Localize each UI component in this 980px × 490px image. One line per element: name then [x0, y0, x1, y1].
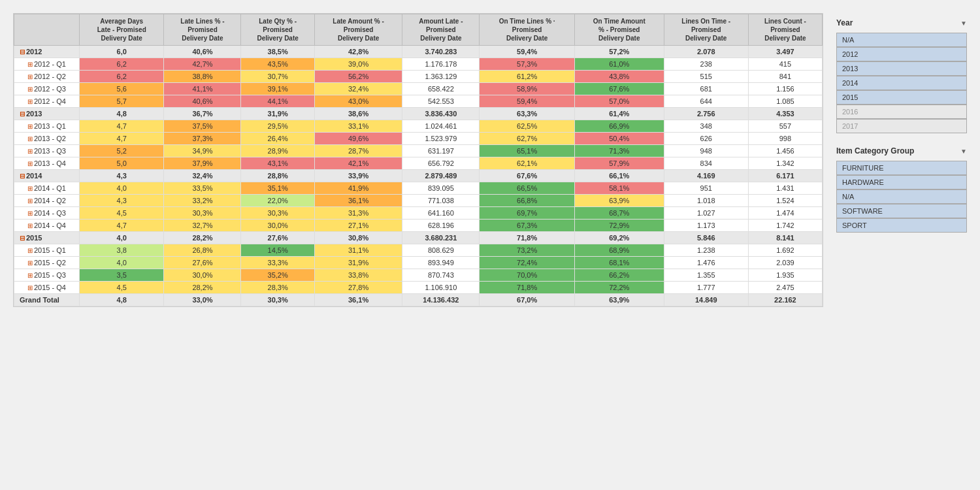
category-filter-icon[interactable]: ▼ — [960, 148, 967, 155]
data-cell: 31,1% — [314, 244, 402, 257]
row-label: ⊞2013 - Q2 — [14, 133, 80, 145]
data-cell: 1.742 — [748, 220, 822, 232]
expand-icon[interactable]: ⊞ — [27, 247, 33, 254]
year-filter-icon[interactable]: ▼ — [960, 20, 967, 27]
expand-icon[interactable]: ⊞ — [27, 272, 33, 279]
header-late-amount-pct: Late Amount % -PromisedDelivery Date — [314, 14, 402, 46]
sidebar-year-item[interactable]: 2017 — [836, 119, 967, 133]
data-cell: 66,2% — [574, 269, 664, 282]
data-cell: 33,3% — [241, 257, 314, 269]
data-cell: 42,1% — [314, 157, 402, 170]
data-cell: 2.078 — [664, 46, 748, 58]
expand-icon[interactable]: ⊞ — [27, 148, 33, 155]
data-cell: 28,9% — [241, 145, 314, 157]
sidebar-year-item[interactable]: 2016 — [836, 105, 967, 119]
expand-icon[interactable]: ⊟ — [20, 110, 25, 118]
expand-icon[interactable]: ⊞ — [27, 135, 33, 142]
expand-icon[interactable]: ⊞ — [27, 86, 33, 93]
expand-icon[interactable]: ⊞ — [27, 222, 33, 229]
data-cell: 834 — [664, 157, 748, 170]
expand-icon[interactable]: ⊞ — [27, 210, 33, 217]
data-cell: 66,5% — [480, 182, 575, 195]
year-row: ⊟20144,332,4%28,8%33,9%2.879.48967,6%66,… — [14, 170, 823, 182]
data-cell: 6,2 — [80, 58, 164, 71]
sidebar-category-item[interactable]: N/A — [836, 189, 967, 204]
sidebar-year-item[interactable]: N/A — [836, 33, 967, 47]
category-title-label: Item Category Group — [836, 146, 914, 155]
data-cell: 1.085 — [748, 95, 822, 108]
data-cell: 44,1% — [241, 95, 314, 108]
data-cell: 32,4% — [164, 170, 241, 182]
sidebar-category-item[interactable]: SPORT — [836, 218, 967, 233]
expand-icon[interactable]: ⊞ — [27, 73, 33, 80]
data-cell: 37,9% — [164, 157, 241, 170]
header-row: Average DaysLate - PromisedDelivery Date… — [14, 14, 823, 46]
data-cell: 808.629 — [402, 244, 480, 257]
data-cell: 644 — [664, 95, 748, 108]
sidebar-category-item[interactable]: HARDWARE — [836, 175, 967, 189]
data-cell: 348 — [664, 120, 748, 133]
data-cell: 50,4% — [574, 133, 664, 145]
data-cell: 30,0% — [164, 269, 241, 282]
data-cell: 49,6% — [314, 133, 402, 145]
data-cell: 3.497 — [748, 46, 822, 58]
expand-icon[interactable]: ⊞ — [27, 259, 33, 267]
data-cell: 63,9% — [574, 294, 664, 306]
data-cell: 681 — [664, 83, 748, 95]
data-cell: 998 — [748, 133, 822, 145]
data-cell: 73,2% — [480, 244, 575, 257]
expand-icon[interactable]: ⊞ — [27, 123, 33, 130]
data-cell: 57,0% — [574, 95, 664, 108]
expand-icon[interactable]: ⊞ — [27, 61, 33, 68]
data-cell: 36,1% — [314, 195, 402, 207]
year-row: ⊟20154,028,2%27,6%30,8%3.680.23171,8%69,… — [14, 232, 823, 244]
row-label: ⊞2012 - Q4 — [14, 95, 80, 108]
data-cell: 42,8% — [314, 46, 402, 58]
sidebar-category-item[interactable]: SOFTWARE — [836, 204, 967, 218]
year-title-label: Year — [836, 18, 853, 27]
data-cell: 39,1% — [241, 83, 314, 95]
data-cell: 1.474 — [748, 207, 822, 220]
data-cell: 14,5% — [241, 244, 314, 257]
header-ontime-lines: On Time Lines % ·PromisedDelivery Date — [480, 14, 575, 46]
expand-icon[interactable]: ⊞ — [27, 160, 33, 167]
data-cell: 56,2% — [314, 71, 402, 83]
data-cell: 1.777 — [664, 282, 748, 294]
data-cell: 5.846 — [664, 232, 748, 244]
expand-icon[interactable]: ⊟ — [20, 172, 25, 180]
sidebar-category-item[interactable]: FURNITURE — [836, 161, 967, 175]
sidebar-year-item[interactable]: 2013 — [836, 61, 967, 76]
data-cell: 68,1% — [574, 257, 664, 269]
expand-icon[interactable]: ⊞ — [27, 98, 33, 105]
sidebar-year-item[interactable]: 2015 — [836, 90, 967, 105]
expand-icon[interactable]: ⊟ — [20, 235, 25, 242]
data-cell: 3.740.283 — [402, 46, 480, 58]
data-cell: 66,9% — [574, 120, 664, 133]
sidebar-year-item[interactable]: 2014 — [836, 76, 967, 90]
quarter-row: ⊞2012 - Q45,740,6%44,1%43,0%542.55359,4%… — [14, 95, 823, 108]
data-cell: 58,1% — [574, 182, 664, 195]
data-cell: 2.879.489 — [402, 170, 480, 182]
header-lines-ontime: Lines On Time -PromisedDelivery Date — [664, 14, 748, 46]
data-cell: 893.949 — [402, 257, 480, 269]
quarter-row: ⊞2014 - Q44,732,7%30,0%27,1%628.19667,3%… — [14, 220, 823, 232]
data-cell: 27,8% — [314, 282, 402, 294]
expand-icon[interactable]: ⊞ — [27, 197, 33, 204]
expand-icon[interactable]: ⊞ — [27, 284, 33, 291]
data-cell: 33,5% — [164, 182, 241, 195]
sidebar-year-item[interactable]: 2012 — [836, 47, 967, 61]
quarter-row: ⊞2014 - Q34,530,3%30,3%31,3%641.16069,7%… — [14, 207, 823, 220]
data-cell: 542.553 — [402, 95, 480, 108]
quarter-row: ⊞2014 - Q14,033,5%35,1%41,9%839.09566,5%… — [14, 182, 823, 195]
data-cell: 39,0% — [314, 58, 402, 71]
data-cell: 36,1% — [314, 294, 402, 306]
data-cell: 26,8% — [164, 244, 241, 257]
quarter-row: ⊞2012 - Q16,242,7%43,5%39,0%1.176.17857,… — [14, 58, 823, 71]
expand-icon[interactable]: ⊟ — [20, 48, 25, 56]
data-cell: 4,5 — [80, 282, 164, 294]
data-cell: 870.743 — [402, 269, 480, 282]
data-cell: 59,4% — [480, 46, 575, 58]
expand-icon[interactable]: ⊞ — [27, 185, 33, 192]
data-cell: 1.363.129 — [402, 71, 480, 83]
row-label: ⊞2013 - Q1 — [14, 120, 80, 133]
